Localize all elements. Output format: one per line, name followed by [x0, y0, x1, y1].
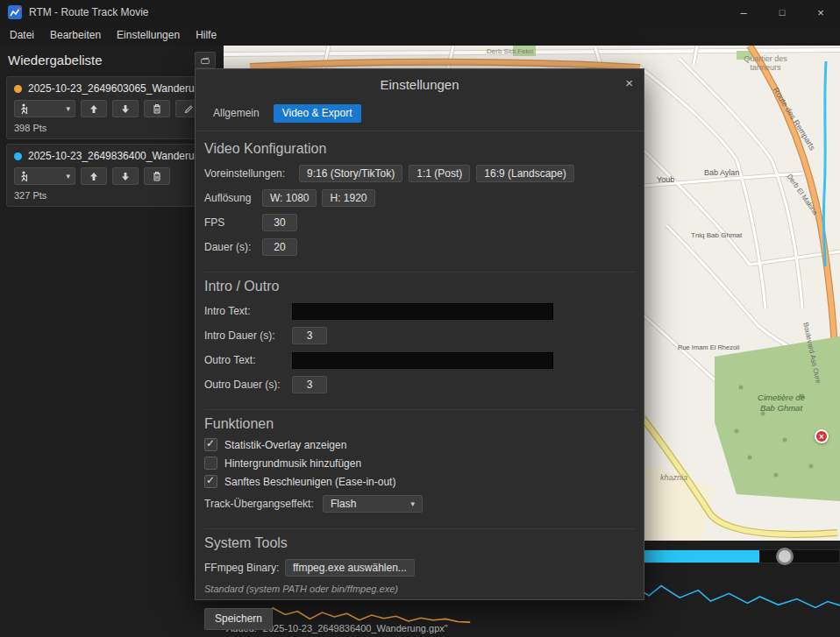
arrow-down-icon — [121, 172, 130, 181]
section-funktionen: Funktionen Statistik-Overlay anzeigen Hi… — [204, 409, 635, 528]
ffmpeg-select-button[interactable]: ffmpeg.exe auswählen... — [285, 559, 415, 577]
duration-label: Dauer (s): — [204, 241, 262, 253]
playlist-header: Wiedergabeliste — [0, 46, 224, 72]
section-system-tools: System Tools FFmpeg Binary: ffmpeg.exe a… — [204, 528, 635, 637]
track-name: 2025-10-23_2649836400_Wanderu — [28, 150, 195, 162]
dialog-title: Einstellungen — [380, 77, 459, 92]
preset-11-button[interactable]: 1:1 (Post) — [409, 165, 470, 182]
chevron-down-icon: ▾ — [66, 173, 70, 180]
arrow-up-icon — [89, 172, 98, 181]
duration-field[interactable]: 20 — [262, 238, 297, 256]
arrow-down-icon — [121, 104, 130, 114]
intro-text-input[interactable] — [292, 303, 553, 320]
outro-text-label: Outro Text: — [204, 354, 292, 366]
save-button[interactable]: Speichern — [204, 608, 273, 630]
hiker-icon — [19, 103, 29, 115]
playlist-title: Wiedergabeliste — [8, 53, 195, 67]
dialog-tabs: Allgemein Video & Export — [196, 99, 644, 131]
track-card[interactable]: 2025-10-23_2649603065_Wanderu ▾ — [6, 76, 217, 139]
dialog-close-button[interactable]: × — [625, 75, 633, 91]
outro-duration-field[interactable]: 3 — [292, 376, 327, 393]
height-field[interactable]: H: 1920 — [322, 189, 374, 207]
intro-text-label: Intro Text: — [204, 305, 292, 317]
transition-label: Track-Übergangseffekt: — [204, 498, 323, 510]
track-name: 2025-10-23_2649603065_Wanderu — [28, 82, 195, 95]
app-icon — [8, 5, 22, 19]
timeline-handle[interactable] — [776, 548, 794, 565]
chevron-down-icon: ▾ — [410, 500, 415, 508]
menubar: Datei Bearbeiten Einstellungen Hilfe — [0, 25, 840, 46]
section-title: System Tools — [204, 534, 635, 552]
outro-text-input[interactable] — [292, 352, 553, 369]
map-label: Derb Sidi Fekri — [487, 47, 533, 55]
maximize-button[interactable]: □ — [763, 0, 801, 25]
ffmpeg-label: FFmpeg Binary: — [204, 562, 285, 574]
map-label: Bab Aylan — [704, 168, 739, 177]
section-title: Funktionen — [204, 415, 635, 433]
track-card[interactable]: 2025-10-23_2649836400_Wanderu ▾ — [6, 144, 217, 207]
fps-label: FPS — [204, 216, 262, 229]
section-intro-outro: Intro / Outro Intro Text: Intro Dauer (s… — [204, 272, 635, 409]
move-down-button[interactable] — [112, 100, 139, 117]
fps-field[interactable]: 30 — [262, 214, 297, 231]
map-label: khaznia — [660, 473, 687, 482]
outro-duration-label: Outro Dauer (s): — [204, 379, 292, 391]
checkbox-hintergrundmusik[interactable] — [204, 457, 217, 470]
intro-duration-field[interactable]: 3 — [292, 327, 327, 344]
delete-track-button[interactable] — [144, 167, 170, 185]
checkbox-label: Statistik-Overlay anzeigen — [224, 439, 346, 451]
section-video-konfiguration: Video Konfiguration Voreinstellungen: 9:… — [204, 135, 635, 272]
window-title: RTM - Route Track Movie — [29, 6, 724, 18]
section-title: Intro / Outro — [204, 278, 635, 295]
map-label: Rue Imam El Rhezoli — [678, 343, 739, 351]
move-up-button[interactable] — [81, 167, 107, 185]
transition-select[interactable]: Flash ▾ — [323, 495, 423, 513]
trash-icon — [153, 103, 161, 114]
arrow-up-icon — [89, 104, 98, 114]
tab-video-export[interactable]: Video & Export — [274, 104, 361, 123]
app-window: { "window": {"title": "RTM - Route Track… — [0, 0, 840, 637]
checkbox-label: Sanftes Beschleunigen (Ease-in-out) — [224, 476, 395, 488]
map-label: Quartier des tanneurs — [735, 54, 796, 72]
map-marker-icon[interactable]: × — [815, 429, 829, 443]
sidebar: Wiedergabeliste 2025-10-23_2649603065_Wa… — [0, 46, 224, 637]
tab-allgemein[interactable]: Allgemein — [204, 104, 268, 123]
track-color-dot — [14, 152, 22, 160]
presets-label: Voreinstellungen: — [204, 167, 299, 180]
map-label: Tniq Bab Ghmat — [691, 231, 742, 239]
map-label: Cimetière de Bab Ghmat — [750, 393, 813, 414]
menu-datei[interactable]: Datei — [2, 25, 42, 46]
map-label: Youb — [657, 175, 674, 184]
checkbox-sanftes-beschleunigen[interactable] — [204, 475, 217, 488]
track-points: 327 Pts — [14, 190, 210, 201]
transition-value: Flash — [331, 498, 356, 510]
track-mode-select[interactable]: ▾ — [14, 100, 75, 117]
section-title: Video Konfiguration — [204, 140, 635, 158]
checkbox-label: Hintergrundmusik hinzufügen — [224, 457, 361, 470]
pencil-icon — [184, 104, 194, 114]
ffmpeg-note: Standard (system PATH oder bin/ffmpeg.ex… — [204, 584, 635, 594]
hiker-icon — [19, 171, 29, 182]
delete-track-button[interactable] — [144, 100, 170, 117]
checkbox-statistik-overlay[interactable] — [204, 438, 217, 451]
intro-duration-label: Intro Dauer (s): — [204, 329, 292, 342]
preset-916-button[interactable]: 9:16 (Story/TikTok) — [299, 165, 402, 182]
move-up-button[interactable] — [81, 100, 107, 117]
chevron-down-icon: ▾ — [66, 105, 70, 113]
track-mode-select[interactable]: ▾ — [14, 167, 75, 185]
menu-einstellungen[interactable]: Einstellungen — [109, 25, 188, 46]
track-color-dot — [14, 85, 22, 93]
track-points: 398 Pts — [14, 123, 210, 133]
preset-169-button[interactable]: 16:9 (Landscape) — [476, 165, 573, 182]
trash-icon — [153, 171, 161, 181]
resolution-label: Auflösung — [204, 192, 262, 204]
titlebar: RTM - Route Track Movie – □ × — [0, 0, 840, 25]
minimize-button[interactable]: – — [724, 0, 763, 25]
playlist-options-button[interactable] — [195, 52, 216, 68]
settings-dialog: Einstellungen × Allgemein Video & Export… — [195, 68, 644, 600]
width-field[interactable]: W: 1080 — [262, 189, 317, 207]
menu-bearbeiten[interactable]: Bearbeiten — [42, 25, 109, 46]
menu-hilfe[interactable]: Hilfe — [188, 25, 224, 46]
close-button[interactable]: × — [801, 0, 840, 25]
move-down-button[interactable] — [112, 167, 139, 185]
